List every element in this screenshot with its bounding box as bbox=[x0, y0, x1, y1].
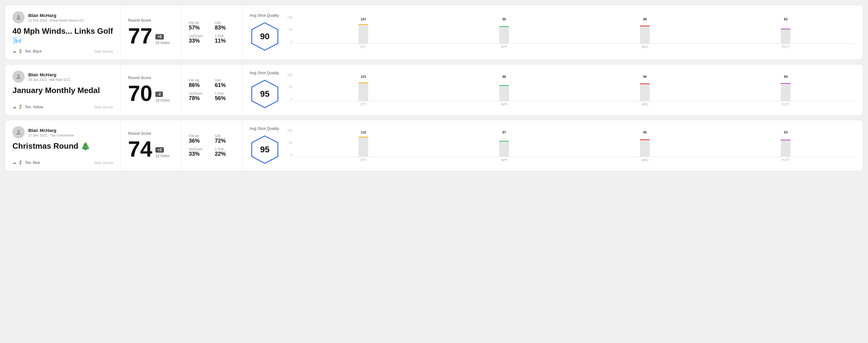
player-name: Blair McHarg bbox=[28, 128, 74, 133]
stat-label-3: 1 Putt bbox=[215, 92, 235, 95]
y-label-50: 50 bbox=[287, 141, 292, 145]
bar-col-putt: 99 bbox=[716, 73, 856, 101]
stat-value-2: 78% bbox=[189, 95, 209, 101]
stat-item-1: GIR 61% bbox=[215, 79, 235, 89]
quality-label: Avg Shot Quality bbox=[250, 70, 279, 75]
bar-col-arg: 98 bbox=[575, 16, 715, 43]
bar-chart: 100 50 0 107 95 bbox=[287, 16, 856, 49]
card-top: Blair McHarg 29 Jan 2022 · Mill Ride GCC… bbox=[12, 70, 113, 99]
stat-label-0: FW Hit bbox=[189, 21, 209, 25]
stat-value-0: 86% bbox=[189, 82, 209, 89]
bar-rect bbox=[499, 26, 509, 43]
bar-col-putt: 82 bbox=[716, 16, 856, 43]
bar-accent bbox=[499, 26, 509, 27]
bar-accent bbox=[781, 83, 790, 84]
bar-accent bbox=[499, 85, 509, 86]
tee-bag-icon: 🏌 bbox=[18, 49, 23, 54]
round-card-3: Blair McHarg 27 Dec 2021 · The Oxfordshi… bbox=[5, 120, 863, 171]
bar-rect bbox=[781, 29, 790, 43]
round-card-1: Blair McHarg 12 Feb 2022 · Royal North D… bbox=[5, 5, 863, 60]
stat-item-0: FW Hit 86% bbox=[189, 79, 209, 89]
bar-value-app: 86 bbox=[502, 75, 506, 79]
stat-label-0: FW Hit bbox=[189, 134, 209, 138]
bar-accent bbox=[359, 136, 368, 137]
bar-col-ott: 110 bbox=[294, 129, 433, 157]
stat-label-2: Up/Down bbox=[189, 34, 209, 38]
bar-chart: 100 50 0 110 87 bbox=[287, 129, 856, 162]
bar-value-ott: 101 bbox=[361, 75, 366, 79]
stat-label-2: Up/Down bbox=[189, 147, 209, 151]
stat-item-2: Up/Down 33% bbox=[189, 147, 209, 157]
bar-x-label: PUTT bbox=[716, 101, 856, 107]
score-badge: -2 bbox=[155, 92, 163, 97]
bar-rect bbox=[640, 139, 650, 157]
tee-label: Tee: Yellow bbox=[25, 105, 43, 109]
card-quality-3: Avg Shot Quality 95 100 50 0 110 bbox=[242, 120, 863, 171]
score-number: 77 bbox=[128, 25, 152, 47]
bar-x-label: APP bbox=[434, 157, 574, 162]
card-quality-2: Avg Shot Quality 95 100 50 0 101 bbox=[242, 64, 863, 115]
card-header: Blair McHarg 29 Jan 2022 · Mill Ride GCC bbox=[12, 70, 113, 83]
bar-col-ott: 101 bbox=[294, 73, 433, 101]
bars: 110 87 95 bbox=[294, 129, 856, 157]
bar-rect-wrap bbox=[575, 79, 715, 101]
bar-rect bbox=[781, 83, 790, 101]
bar-value-app: 87 bbox=[502, 130, 506, 134]
bar-rect-wrap bbox=[294, 22, 433, 43]
card-footer: ☁ 🏌 Tee: Blue Data: Arccos bbox=[12, 160, 113, 165]
weather-icon: ☁ bbox=[12, 49, 17, 54]
score-number: 70 bbox=[128, 83, 152, 104]
bar-chart: 100 50 0 101 86 bbox=[287, 73, 856, 107]
card-footer: ☁ 🏌 Tee: Yellow Data: Arccos bbox=[12, 104, 113, 109]
bar-x-label: OTT bbox=[294, 101, 433, 107]
data-source: Data: Arccos bbox=[94, 50, 113, 53]
bar-accent bbox=[359, 83, 368, 83]
tee-info: ☁ 🏌 Tee: Blue bbox=[12, 160, 40, 165]
bars: 101 86 96 bbox=[294, 73, 856, 101]
bars-area: 107 95 98 bbox=[294, 16, 856, 49]
bar-x-label: APP bbox=[434, 101, 574, 107]
svg-point-0 bbox=[17, 15, 20, 17]
quality-left: Avg Shot Quality 95 bbox=[250, 70, 280, 109]
score-label: Round Score bbox=[128, 75, 174, 80]
bars-area: 101 86 96 bbox=[294, 73, 856, 107]
bar-rect bbox=[499, 141, 509, 157]
bar-rect bbox=[781, 139, 790, 157]
bars: 107 95 98 bbox=[294, 16, 856, 44]
bar-col-ott: 107 bbox=[294, 16, 433, 43]
y-axis: 100 50 0 bbox=[287, 73, 292, 107]
card-stats-1: FW Hit 57% GIR 83% Up/Down 33% 1 Putt 11… bbox=[182, 5, 242, 60]
y-label-0: 0 bbox=[287, 154, 292, 157]
card-score-2: Round Score 70 -2 18 Holes bbox=[121, 64, 182, 115]
bar-col-arg: 96 bbox=[575, 73, 715, 101]
score-holes: 18 Holes bbox=[155, 98, 169, 102]
bar-rect-wrap bbox=[294, 135, 433, 157]
bar-rect bbox=[359, 136, 368, 157]
bar-rect-wrap bbox=[434, 79, 574, 101]
bar-x-label: OTT bbox=[294, 157, 433, 162]
stat-item-2: Up/Down 33% bbox=[189, 34, 209, 44]
round-title: Christmas Round 🎄 bbox=[12, 142, 113, 151]
card-left-1: Blair McHarg 12 Feb 2022 · Royal North D… bbox=[5, 5, 121, 60]
card-quality-1: Avg Shot Quality 90 100 50 0 107 bbox=[242, 5, 863, 60]
hexagon-wrap: 95 bbox=[250, 79, 280, 109]
y-axis: 100 50 0 bbox=[287, 16, 292, 49]
stat-value-2: 33% bbox=[189, 38, 209, 44]
bar-value-arg: 95 bbox=[643, 130, 647, 134]
bar-x-label: ARG bbox=[575, 101, 715, 107]
y-label-0: 0 bbox=[287, 40, 292, 44]
stat-value-0: 36% bbox=[189, 138, 209, 144]
y-axis: 100 50 0 bbox=[287, 129, 292, 162]
quality-label: Avg Shot Quality bbox=[250, 13, 279, 18]
score-label: Round Score bbox=[128, 131, 174, 136]
y-label-100: 100 bbox=[287, 16, 292, 19]
hexagon-score: 90 bbox=[260, 32, 269, 41]
bar-rect-wrap bbox=[716, 22, 856, 43]
avatar bbox=[12, 11, 25, 23]
svg-point-2 bbox=[17, 74, 20, 76]
tee-label: Tee: Blue bbox=[25, 161, 40, 165]
bar-rect bbox=[499, 85, 509, 101]
stat-item-3: 1 Putt 11% bbox=[215, 34, 235, 44]
bars-area: 110 87 95 bbox=[294, 129, 856, 162]
player-date-course: 29 Jan 2022 · Mill Ride GCC bbox=[28, 78, 70, 82]
